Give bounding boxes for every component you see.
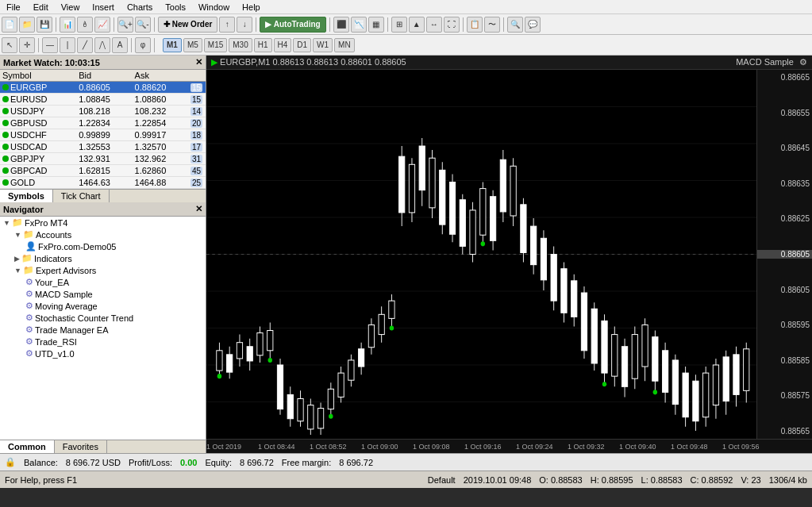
search-btn[interactable]: 🔍 (507, 17, 523, 33)
tf-m30[interactable]: M30 (229, 38, 252, 52)
symbol-dot (2, 84, 9, 90)
nav-tree-item[interactable]: ⚙UTD_v1.0 (0, 348, 206, 359)
tf-h4[interactable]: H4 (274, 38, 292, 52)
menu-insert[interactable]: Insert (86, 2, 121, 12)
new-chart-btn[interactable]: 📄 (2, 17, 17, 33)
channel-btn[interactable]: ⧸⧹ (94, 37, 110, 53)
histogram-btn[interactable]: ▦ (368, 17, 384, 33)
svg-point-119 (390, 325, 394, 330)
svg-rect-51 (419, 146, 425, 190)
ohlc-open: O: 0.88583 (539, 475, 582, 485)
tf-mn[interactable]: MN (334, 38, 355, 52)
crosshair-btn[interactable]: ✛ (19, 37, 35, 53)
chart-settings-icon[interactable]: ⚙ (799, 57, 807, 67)
tf-h1[interactable]: H1 (254, 38, 272, 52)
market-watch-row[interactable]: EURGBP 0.88605 0.88620 15 (0, 82, 206, 94)
nav-tab-common[interactable]: Common (0, 440, 55, 453)
nav-tree-item[interactable]: ▼📁Expert Advisors (0, 264, 206, 276)
nav-tree-item[interactable]: ⚙Trade_RSI (0, 336, 206, 348)
open-btn[interactable]: 📁 (19, 17, 35, 33)
row-spread: 15 (188, 82, 206, 94)
chart-bar-btn[interactable]: 📊 (60, 17, 75, 33)
row-ask: 0.88620 (133, 82, 188, 94)
text-btn[interactable]: A (112, 37, 128, 53)
nav-item-label: Moving Average (35, 302, 98, 311)
market-watch-row[interactable]: GBPUSD 1.22834 1.22854 20 (0, 117, 206, 129)
trendline-btn[interactable]: ╱ (77, 37, 93, 53)
nav-item-label: Your_EA (35, 278, 69, 287)
menu-help[interactable]: Help (236, 2, 267, 12)
market-watch-row[interactable]: GOLD 1464.63 1464.88 25 (0, 177, 206, 189)
nav-tree-item[interactable]: ▶📁Indicators (0, 252, 206, 264)
tf-m1[interactable]: M1 (163, 38, 182, 52)
autotrading-btn[interactable]: ▶ AutoTrading (260, 17, 325, 33)
nav-tree-item[interactable]: ⚙Your_EA (0, 276, 206, 288)
market-watch-tabs: Symbols Tick Chart (0, 189, 206, 202)
memory: 1306/4 kb (769, 475, 807, 485)
tf-m5[interactable]: M5 (183, 38, 202, 52)
svg-rect-107 (703, 373, 709, 417)
navigator-title: Navigator (3, 205, 44, 214)
chart-line-btn[interactable]: 📈 (94, 17, 110, 33)
nav-tree-item[interactable]: ▼📁FxPro MT4 (0, 217, 206, 229)
zoom-in-btn[interactable]: 🔍+ (117, 17, 133, 33)
zoom-out-btn[interactable]: 🔍- (135, 17, 151, 33)
row-symbol: EURUSD (0, 94, 76, 106)
svg-rect-37 (348, 360, 354, 380)
buy-arrow-btn[interactable]: ↑ (219, 17, 235, 33)
indicator-list-btn[interactable]: 📋 (467, 17, 483, 33)
chart-canvas[interactable]: 0.88665 0.88655 0.88645 0.88635 0.88625 … (206, 70, 812, 453)
navigator: Navigator ✕ ▼📁FxPro MT4▼📁Accounts👤FxPro.… (0, 202, 206, 453)
t2sep3 (154, 38, 155, 52)
market-watch-row[interactable]: EURUSD 1.08845 1.08860 15 (0, 94, 206, 106)
nav-tree-item[interactable]: ⚙Trade Manager EA (0, 324, 206, 336)
scrollbars-btn[interactable]: ↔ (426, 17, 442, 33)
tf-w1[interactable]: W1 (313, 38, 333, 52)
cursor-btn[interactable]: ↖ (2, 37, 17, 53)
nav-tree-item[interactable]: ⚙Stochastic Counter Trend (0, 312, 206, 324)
save-btn[interactable]: 💾 (37, 17, 52, 33)
nav-tab-favorites[interactable]: Favorites (55, 440, 107, 453)
vol-btn[interactable]: ▲ (409, 17, 425, 33)
svg-point-117 (268, 358, 272, 363)
chat-btn[interactable]: 💬 (525, 17, 541, 33)
new-order-btn[interactable]: ✚ New Order (158, 17, 217, 33)
fullscreen-btn[interactable]: ⛶ (444, 17, 460, 33)
market-watch-row[interactable]: USDCAD 1.32553 1.32570 17 (0, 141, 206, 153)
vline-btn[interactable]: | (60, 37, 75, 53)
menu-edit[interactable]: Edit (27, 2, 55, 12)
grid-btn[interactable]: ⊞ (391, 17, 407, 33)
time-label-2: 1 Oct 08:52 (310, 443, 347, 451)
navigator-close-icon[interactable]: ✕ (195, 204, 202, 214)
tf-d1[interactable]: D1 (293, 38, 311, 52)
ma-btn[interactable]: 〜 (484, 17, 500, 33)
nav-tree-item[interactable]: 👤FxPro.com-Demo05 (0, 240, 206, 252)
menu-window[interactable]: Window (192, 2, 236, 12)
market-watch-row[interactable]: GBPJPY 132.931 132.962 31 (0, 153, 206, 165)
line-chart-btn[interactable]: 📉 (351, 17, 367, 33)
menubar: File Edit View Insert Charts Tools Windo… (0, 0, 812, 14)
chart-area[interactable]: ▶ EURGBP,M1 0.88613 0.88613 0.88601 0.88… (206, 56, 812, 453)
nav-tree-item[interactable]: ⚙MACD Sample (0, 288, 206, 300)
market-watch-close-icon[interactable]: ✕ (195, 57, 202, 67)
row-spread: 18 (188, 129, 206, 141)
menu-file[interactable]: File (0, 2, 27, 12)
chart-candle-btn[interactable]: 🕯 (77, 17, 93, 33)
nav-tree-item[interactable]: ⚙Moving Average (0, 300, 206, 312)
svg-rect-95 (642, 325, 648, 367)
market-watch-row[interactable]: USDJPY 108.218 108.232 14 (0, 106, 206, 117)
bar-chart-btn[interactable]: ⬛ (333, 17, 349, 33)
price-level-10: 0.88575 (757, 391, 812, 400)
sell-arrow-btn[interactable]: ↓ (237, 17, 252, 33)
fib-btn[interactable]: φ (135, 37, 151, 53)
nav-tree-item[interactable]: ▼📁Accounts (0, 229, 206, 240)
mw-tab-symbols[interactable]: Symbols (0, 190, 53, 202)
menu-tools[interactable]: Tools (159, 2, 192, 12)
market-watch-row[interactable]: USDCHF 0.99899 0.99917 18 (0, 129, 206, 141)
mw-tab-tick[interactable]: Tick Chart (53, 190, 110, 202)
tf-m15[interactable]: M15 (204, 38, 227, 52)
hline-btn[interactable]: — (42, 37, 58, 53)
menu-view[interactable]: View (55, 2, 87, 12)
market-watch-row[interactable]: GBPCAD 1.62815 1.62860 45 (0, 165, 206, 177)
menu-charts[interactable]: Charts (121, 2, 159, 12)
